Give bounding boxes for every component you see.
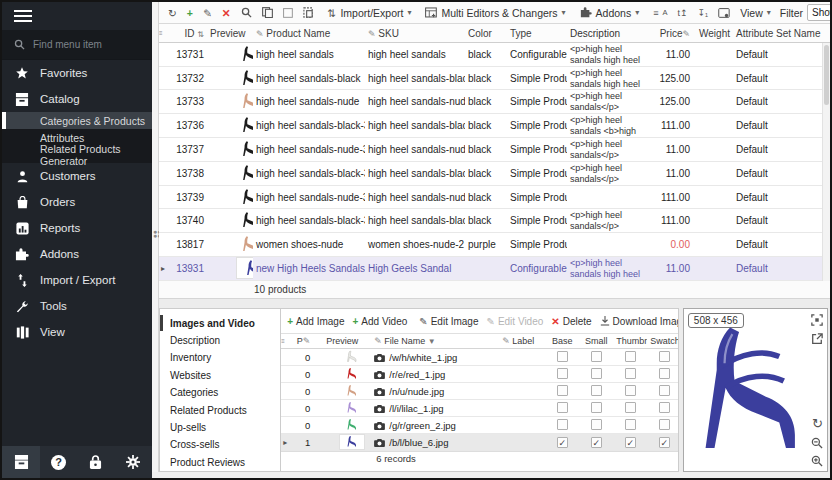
detail-tab-images-and-video[interactable]: Images and Video [160,314,280,331]
column-header-position[interactable]: P✎ [289,336,313,346]
column-header-weight[interactable]: Weight [693,28,733,39]
detail-tab-related-products[interactable]: Related Products [160,401,280,418]
scrollbar-thumb[interactable] [824,45,829,105]
swatch-checkbox[interactable] [659,351,670,362]
table-row[interactable]: 13738 high heel sandals-black-37 high he… [159,162,822,186]
header-burger-icon[interactable]: ≡ [159,30,167,36]
sidebar-item-customers[interactable]: Customers [2,163,152,189]
base-checkbox[interactable]: ✓ [557,437,568,448]
column-header-thumbnail[interactable]: Thumbna [613,336,647,346]
import-export-menu[interactable]: ⇅Import/Export▾ [323,2,417,24]
sidebar-item-catalog[interactable]: Catalog [2,86,152,112]
column-header-sku[interactable]: ✎ SKU [365,28,465,39]
copy-button[interactable] [257,2,278,24]
small-checkbox[interactable] [591,368,602,379]
swatch-checkbox[interactable] [659,402,670,413]
thumbnail-checkbox[interactable] [625,351,636,362]
base-checkbox[interactable] [557,351,568,362]
table-row[interactable]: 13733 high heel sandals-nude high heel s… [159,90,822,114]
column-header-swatch[interactable]: Swatch [647,336,679,346]
zoom-in-button[interactable] [811,455,823,467]
detail-tab-product-reviews[interactable]: Product Reviews [160,454,280,471]
rotate-image-button[interactable]: ↻ [812,416,823,431]
column-header-preview[interactable]: Preview [313,336,371,346]
sidebar-item-related-products-generator[interactable]: Related Products Generator [2,146,152,163]
help-button[interactable]: ? [40,446,77,478]
add-video-button[interactable]: +Add Video [348,310,411,332]
small-checkbox[interactable] [591,351,602,362]
sidebar-item-orders[interactable]: Orders [2,189,152,215]
detail-tab-websites[interactable]: Websites [160,367,280,384]
detail-tab-inventory[interactable]: Inventory [160,349,280,366]
sidebar-item-categories-products[interactable]: Categories & Products [2,112,152,129]
thumbnail-checkbox[interactable] [625,385,636,396]
column-header-small[interactable]: Small [579,336,613,346]
thumbnail-checkbox[interactable]: ✓ [625,437,636,448]
image-table-row[interactable]: 0 /w/h/white_1.jpg [281,349,678,366]
swatch-checkbox[interactable] [659,385,670,396]
thumbnail-checkbox[interactable] [625,402,636,413]
column-header-preview[interactable]: Preview [207,28,253,39]
sidebar-item-import-export[interactable]: Import / Export [2,267,152,293]
base-checkbox[interactable] [557,368,568,379]
add-product-button[interactable]: + [182,2,198,24]
table-row[interactable]: 13736 high heel sandals-black-36 high he… [159,114,822,138]
table-row[interactable]: 13817 women shoes-nude women shoes-nude-… [159,233,822,257]
store-button[interactable] [2,446,40,478]
column-header-product-name[interactable]: ✎ Product Name [253,28,365,39]
column-header-price[interactable]: Price✎ [653,28,693,39]
detail-tab-categories[interactable]: Categories [160,384,280,401]
column-header-base[interactable]: Base [545,336,579,346]
column-header-label[interactable]: ✎ Label [499,336,545,346]
fit-to-screen-button[interactable] [811,314,823,326]
panel-splitter[interactable]: ●●●● [152,2,159,472]
column-header-description[interactable]: Description [567,28,653,39]
swatch-checkbox[interactable] [659,368,670,379]
detail-tab-up-sells[interactable]: Up-sells [160,419,280,436]
small-checkbox[interactable] [591,419,602,430]
collapse-rows-button[interactable]: ↧₁ [693,2,714,24]
sidebar-item-favorites[interactable]: Favorites [2,60,152,86]
column-header-type[interactable]: Type [507,28,567,39]
swatch-checkbox[interactable]: ✓ [659,437,670,448]
lock-button[interactable] [77,446,114,478]
small-checkbox[interactable] [591,385,602,396]
sidebar-item-addons[interactable]: Addons [2,241,152,267]
small-checkbox[interactable]: ✓ [591,437,602,448]
edit-image-button[interactable]: ✎Edit Image [415,310,482,332]
base-checkbox[interactable] [557,419,568,430]
sidebar-item-reports[interactable]: Reports [2,215,152,241]
table-row[interactable]: ▸ 13931 new High Heels Sandals High Geel… [159,257,822,281]
small-checkbox[interactable] [591,402,602,413]
search-button[interactable] [236,2,257,24]
sort-az-button[interactable]: ≡A [648,2,672,24]
view-menu[interactable]: View▾ [735,2,776,24]
delete-product-button[interactable]: ✕ [217,2,236,24]
sidebar-item-tools[interactable]: Tools [2,293,152,319]
refresh-button[interactable]: ↻ [163,2,182,24]
addons-menu[interactable]: Addons▾ [575,2,645,24]
swatch-checkbox[interactable] [659,419,670,430]
multi-editors-menu[interactable]: Multi Editors & Changers▾ [420,2,570,24]
select-button[interactable] [278,2,298,24]
open-external-button[interactable] [811,333,823,345]
category-filter-select[interactable]: Show products from selected categories▾ [807,4,830,21]
edit-video-button[interactable]: ✎Edit Video [483,310,548,332]
table-row[interactable]: 13740 high heel sandals-black-38 high he… [159,209,822,233]
image-table-row[interactable]: 0 /r/e/red_1.jpg [281,366,678,383]
header-burger-icon[interactable]: ≡ [281,338,289,344]
table-row[interactable]: 13737 high heel sandals-nude-36 high hee… [159,138,822,162]
vertical-scrollbar[interactable] [822,43,830,281]
download-image-button[interactable]: Download Image [596,310,678,332]
table-row[interactable]: 13731 high heel sandals high heel sandal… [159,43,822,67]
image-table-row[interactable]: 0 /g/r/green_2.jpg [281,417,678,434]
table-row[interactable]: 13739 high heel sandals-nude-37 high hee… [159,186,822,210]
image-table-row[interactable]: 0 /n/u/nude.jpg [281,383,678,400]
settings-button[interactable] [115,446,152,478]
sidebar-item-view[interactable]: View [2,319,152,345]
detail-tab-cross-sells[interactable]: Cross-sells [160,436,280,453]
add-image-button[interactable]: +Add Image [283,310,348,332]
menu-search[interactable]: Find menu item [2,30,152,60]
column-header-file-name[interactable]: ✎ File Name ▼ [371,336,499,346]
image-table-row[interactable]: 0 /l/i/lilac_1.jpg [281,400,678,417]
